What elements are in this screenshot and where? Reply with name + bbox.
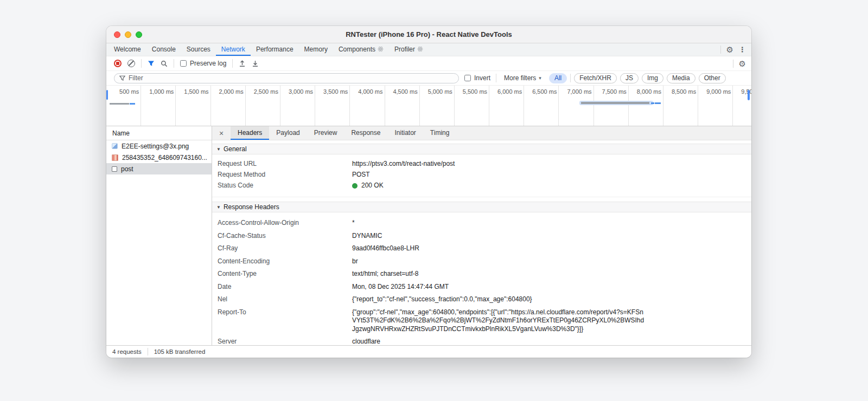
status-ok-dot	[352, 183, 358, 189]
network-filter-row: Invert More filters ▾ AllFetch/XHRJSImgM…	[106, 71, 751, 86]
checkbox-box[interactable]	[464, 75, 471, 81]
request-row-258435352-6486097431[interactable]: 258435352_648609743160...	[106, 152, 212, 163]
header-value-text: https://ptsv3.com/t/react-native/post	[352, 160, 455, 169]
more-filters-dropdown[interactable]: More filters ▾	[502, 74, 544, 82]
section-title: Response Headers	[224, 203, 279, 211]
search-icon[interactable]	[161, 60, 168, 67]
header-name: Content-Type	[218, 270, 352, 279]
clear-network-log-button[interactable]	[127, 60, 135, 67]
detail-tab-payload[interactable]: Payload	[269, 126, 307, 140]
detail-tab-preview[interactable]: Preview	[307, 126, 344, 140]
tab-network[interactable]: Network	[216, 43, 251, 56]
timeline-tick: 2,500 ms	[246, 86, 280, 126]
window-titlebar: RNTester (iPhone 16 Pro) - React Native …	[106, 26, 751, 43]
header-value-text: text/html; charset=utf-8	[352, 270, 418, 279]
settings-gear-icon[interactable]: ⚙	[726, 46, 733, 54]
request-row-post[interactable]: post	[106, 163, 212, 174]
header-value-text: {"report_to":"cf-nel","success_fraction"…	[352, 295, 532, 304]
header-name: Report-To	[218, 308, 352, 334]
tab-console[interactable]: Console	[146, 43, 181, 56]
overview-request-bar[interactable]	[110, 103, 129, 105]
overview-request-bar[interactable]	[130, 103, 135, 105]
checkbox-box[interactable]	[180, 60, 187, 67]
timeline-tick: 3,500 ms	[315, 86, 350, 126]
tab-performance[interactable]: Performance	[251, 43, 299, 56]
network-main-split: Name E2EE-settings@3x.png258435352_64860…	[106, 126, 751, 345]
header-row-request-url: Request URLhttps://ptsv3.com/t/react-nat…	[212, 159, 751, 170]
request-detail-panel: × HeadersPayloadPreviewResponseInitiator…	[212, 126, 751, 345]
tab-label: Memory	[304, 46, 328, 53]
filter-type-media[interactable]: Media	[667, 73, 695, 83]
request-rows: E2EE-settings@3x.png258435352_6486097431…	[106, 140, 212, 174]
filter-input[interactable]	[129, 74, 454, 82]
network-settings-gear-icon[interactable]: ⚙	[739, 60, 746, 68]
timeline-tick: 7,500 ms	[594, 86, 629, 126]
filter-toggle-icon[interactable]	[148, 60, 155, 67]
header-value: DYNAMIC	[352, 232, 382, 241]
overview-left-handle[interactable]	[106, 90, 108, 100]
header-row-date: DateMon, 08 Dec 2025 14:47:44 GMT	[212, 281, 751, 294]
header-name: Request URL	[218, 160, 352, 169]
more-filters-label: More filters	[504, 74, 536, 82]
import-har-icon[interactable]	[239, 60, 246, 67]
divider	[232, 59, 233, 68]
tab-memory[interactable]: Memory	[299, 43, 333, 56]
overview-right-handle[interactable]	[748, 90, 750, 100]
tab-label: Components	[339, 46, 375, 53]
header-value: cloudflare	[352, 338, 380, 345]
filter-type-all[interactable]: All	[549, 73, 567, 83]
devtools-tab-bar: WelcomeConsoleSourcesNetworkPerformanceM…	[106, 43, 751, 56]
image-photo-icon	[112, 154, 118, 161]
header-name: Cf-Cache-Status	[218, 232, 352, 241]
header-row-access-control-allow-origin: Access-Control-Allow-Origin*	[212, 217, 751, 230]
header-name: Status Code	[218, 182, 352, 190]
invert-checkbox[interactable]: Invert	[464, 74, 490, 82]
header-row-cf-cache-status: Cf-Cache-StatusDYNAMIC	[212, 230, 751, 243]
detail-tab-response[interactable]: Response	[344, 126, 387, 140]
section-header-response-headers[interactable]: ▼Response Headers	[212, 202, 751, 212]
preserve-log-checkbox[interactable]: Preserve log	[180, 60, 226, 67]
tab-label: Welcome	[114, 46, 141, 53]
request-row-e2ee-settings-3x-png[interactable]: E2EE-settings@3x.png	[106, 140, 212, 152]
kebab-menu-icon[interactable]: ⋮	[739, 46, 746, 53]
record-network-log-button[interactable]	[114, 60, 122, 67]
detail-tab-headers[interactable]: Headers	[231, 126, 269, 140]
detail-tab-timing[interactable]: Timing	[423, 126, 457, 140]
timeline-tick: 500 ms	[106, 86, 141, 126]
divider	[733, 60, 733, 68]
header-value-text: Mon, 08 Dec 2025 14:47:44 GMT	[352, 283, 449, 292]
name-column-header[interactable]: Name	[106, 126, 212, 140]
header-value: text/html; charset=utf-8	[352, 270, 418, 279]
overview-request-bar[interactable]	[651, 102, 654, 104]
filter-type-fetch-xhr[interactable]: Fetch/XHR	[574, 73, 617, 83]
timeline-tick: 8,000 ms	[629, 86, 663, 126]
document-icon	[112, 166, 117, 172]
tab-welcome[interactable]: Welcome	[108, 43, 146, 56]
overview-request-bar[interactable]	[581, 102, 649, 104]
header-row-cf-ray: Cf-Ray9aad0f46ffbc0ae8-LHR	[212, 242, 751, 255]
chevron-down-icon: ▾	[539, 75, 541, 81]
header-value: 200 OK	[352, 182, 384, 190]
network-overview-timeline[interactable]: 500 ms1,000 ms1,500 ms2,000 ms2,500 ms3,…	[106, 86, 751, 126]
tab-profiler[interactable]: Profiler	[389, 43, 429, 56]
filter-type-js[interactable]: JS	[620, 73, 639, 83]
timeline-tick: 9,000 ms	[698, 86, 733, 126]
tab-components[interactable]: Components	[333, 43, 389, 56]
timeline-tick: 5,500 ms	[455, 86, 489, 126]
collapse-triangle-icon: ▼	[216, 147, 221, 152]
timeline-tick: 8,500 ms	[663, 86, 698, 126]
tab-sources[interactable]: Sources	[181, 43, 216, 56]
detail-tab-initiator[interactable]: Initiator	[387, 126, 423, 140]
filter-input-container	[114, 73, 459, 83]
transferred-size: 105 kB transferred	[148, 348, 212, 355]
close-detail-icon[interactable]: ×	[212, 126, 231, 140]
tab-label: Network	[221, 46, 245, 53]
header-row-report-to: Report-To{"group":"cf-nel","max_age":604…	[212, 306, 751, 336]
filter-type-img[interactable]: Img	[642, 73, 663, 83]
overview-request-bar[interactable]	[655, 102, 661, 104]
filter-type-other[interactable]: Other	[699, 73, 726, 83]
header-row-status-code: Status Code200 OK	[212, 180, 751, 191]
section-header-general[interactable]: ▼General	[212, 144, 751, 154]
export-har-icon[interactable]	[252, 60, 259, 67]
timeline-tick: 5,000 ms	[420, 86, 455, 126]
